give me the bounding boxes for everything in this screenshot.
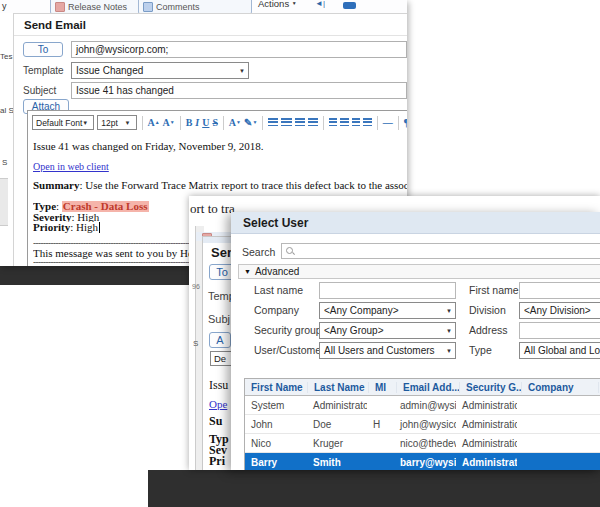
divider-dashes: ----------------------------------------… — [33, 240, 201, 246]
clipped-label-fragment: 96 — [192, 283, 200, 290]
decrease-font-icon[interactable]: A▼ — [163, 118, 175, 128]
to-button[interactable]: To — [23, 42, 63, 57]
table-header-row: First Name Last Name MI Email Add... Sec… — [245, 379, 600, 396]
flag-icon[interactable] — [343, 2, 356, 9]
users-table: First Name Last Name MI Email Add... Sec… — [244, 378, 600, 470]
align-right-icon[interactable] — [295, 118, 305, 127]
toolbar-fragment: y — [2, 1, 7, 11]
underline-icon[interactable]: U — [202, 118, 209, 128]
comments-button[interactable]: Comments — [138, 0, 252, 13]
font-name-select[interactable]: Default Font▼ — [32, 115, 94, 130]
security-group-select[interactable]: <Any Group>▼ — [319, 322, 456, 339]
dropdown-arrow-icon: ▼ — [239, 68, 245, 74]
column-header[interactable]: Company — [522, 382, 599, 393]
italic-icon[interactable]: I — [195, 118, 199, 128]
dropdown-arrow-icon: ▼ — [446, 348, 452, 354]
divider — [323, 116, 324, 130]
search-label: Search — [242, 246, 275, 258]
subject-label-fragment: Subj — [208, 313, 230, 325]
strikethrough-icon[interactable]: S — [212, 118, 218, 128]
search-input[interactable] — [281, 243, 600, 259]
dropdown-arrow-icon: ▼ — [125, 120, 131, 126]
chevron-down-icon: ▼ — [292, 0, 297, 6]
type-select[interactable]: All Global and Local — [519, 342, 600, 359]
indent-icon[interactable] — [363, 118, 372, 127]
company-select[interactable]: <Any Company>▼ — [319, 302, 456, 319]
summary-label-fragment: Su — [209, 414, 222, 429]
summary-line: Summary: Use the Forward Trace Matrix re… — [33, 179, 407, 191]
divider — [377, 116, 378, 130]
increase-font-icon[interactable]: A▲ — [147, 118, 159, 128]
nav-first-icon[interactable]: ◄| — [315, 0, 325, 8]
user-customer-select[interactable]: All Users and Customers▼ — [319, 342, 456, 359]
column-header[interactable]: First Name — [245, 382, 308, 393]
divider — [14, 35, 407, 36]
bold-icon[interactable]: B — [186, 118, 193, 128]
outdent-icon[interactable] — [352, 118, 361, 127]
open-in-web-client-link[interactable]: Open in web client — [33, 161, 109, 172]
clipped-label-fragment: S — [2, 158, 7, 167]
horizontal-rule-icon[interactable]: — — [383, 118, 393, 128]
clipped-label-fragment: al S — [0, 106, 14, 115]
chevron-down-icon: ▼ — [244, 268, 251, 275]
subject-label: Subject — [23, 85, 56, 96]
editor-toolbar: Default Font▼ 12pt▼ A▲ A▼ B I U S A▼ ✎▼ — [28, 111, 407, 134]
type-label: Type — [469, 344, 492, 356]
to-recipients-field[interactable]: john@wysicorp.com; — [71, 41, 407, 58]
table-row[interactable]: System Administrator admin@wysi... Admin… — [245, 396, 600, 415]
last-name-input[interactable] — [319, 282, 456, 299]
align-center-icon[interactable] — [281, 118, 291, 127]
font-color-icon[interactable]: A▼ — [229, 118, 241, 128]
column-header[interactable]: Last Name — [308, 382, 369, 393]
align-left-icon[interactable] — [268, 118, 278, 127]
link-fragment[interactable]: Ope — [209, 398, 227, 410]
clipped-body-text-fragment: ort to tra — [190, 201, 235, 217]
font-size-select[interactable]: 12pt▼ — [97, 115, 136, 130]
attach-button-fragment[interactable]: A — [209, 332, 231, 348]
body-line-fragment: Issu — [209, 378, 228, 393]
align-justify-icon[interactable] — [308, 118, 318, 127]
search-icon — [286, 247, 295, 256]
column-header[interactable]: Security G...‖ — [460, 382, 522, 393]
divider — [180, 116, 181, 130]
table-row-selected[interactable]: Barry Smith barry@wysi... Administrati..… — [245, 453, 600, 470]
dialog-title: Select User — [243, 216, 308, 230]
comment-icon — [143, 2, 153, 12]
first-name-input[interactable] — [519, 282, 600, 299]
dialog-title: Send Email — [24, 19, 86, 31]
table-row[interactable]: John Doe H john@wysico... Administration — [245, 415, 600, 434]
highlight-color-icon[interactable]: ✎▼ — [244, 118, 257, 128]
text-cursor — [99, 222, 100, 233]
dialog-title-bar: Select User — [231, 212, 600, 234]
divider — [398, 116, 399, 130]
type-highlight: Crash - Data Loss — [62, 201, 149, 212]
last-name-label: Last name — [254, 284, 303, 296]
select-user-dialog: Select User Search ▼ Advanced Last name … — [231, 212, 600, 470]
table-row[interactable]: Nico Kruger nico@thedev... Administratio… — [245, 434, 600, 453]
clipped-panel-fragment — [0, 178, 8, 226]
division-select[interactable]: <Any Division> — [519, 302, 600, 319]
template-select[interactable]: Issue Changed ▼ — [71, 62, 249, 79]
column-header[interactable]: MI — [369, 382, 397, 393]
dropdown-arrow-icon: ▼ — [446, 308, 452, 314]
numbered-list-icon[interactable] — [329, 118, 338, 127]
desktop-dark-bar-bottom — [148, 470, 600, 507]
column-header[interactable]: Email Add... — [397, 382, 460, 393]
bullet-list-icon[interactable] — [340, 118, 349, 127]
app-toolbar: y Release Notes Comments Actions ▼ ◄| — [0, 0, 407, 13]
subject-field[interactable]: Issue 41 has changed — [71, 82, 407, 99]
divider — [262, 116, 263, 130]
body-line: Issue 41 was changed on Friday, November… — [33, 140, 407, 152]
actions-menu[interactable]: Actions ▼ — [258, 0, 297, 9]
address-label: Address — [469, 324, 508, 336]
paragraph-icon[interactable]: ¶ — [404, 118, 407, 128]
release-notes-button[interactable]: Release Notes — [50, 0, 140, 13]
address-input[interactable] — [519, 322, 600, 339]
clipped-label-fragment: S — [193, 339, 198, 348]
advanced-expander[interactable]: ▼ Advanced — [238, 264, 600, 279]
desktop-dark-bar-left — [0, 266, 196, 285]
user-customer-label: User/Customer — [254, 344, 325, 356]
security-group-label: Security group — [254, 324, 322, 336]
template-label: Template — [23, 65, 64, 76]
dropdown-arrow-icon: ▼ — [446, 328, 452, 334]
